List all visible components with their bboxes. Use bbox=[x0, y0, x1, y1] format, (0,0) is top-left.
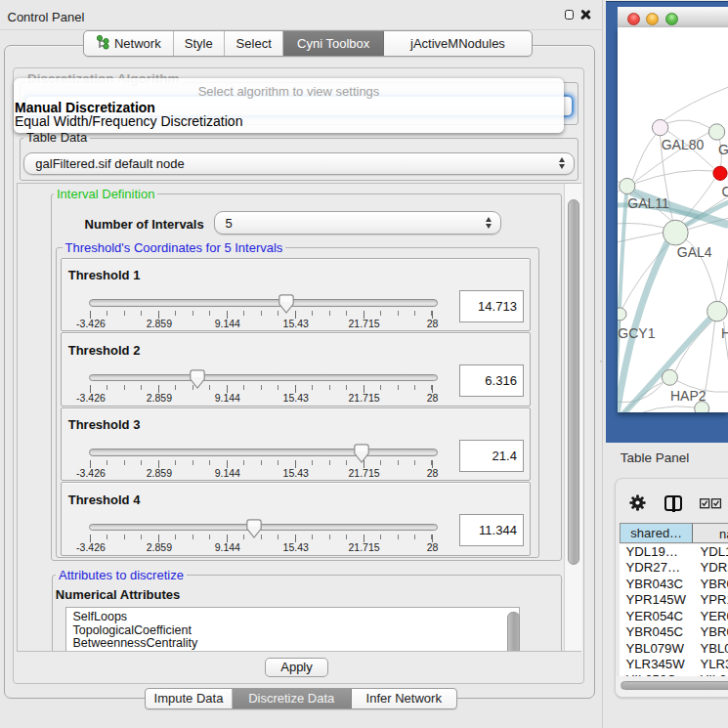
svg-text:GA: GA bbox=[718, 142, 728, 157]
svg-text:GCY1: GCY1 bbox=[618, 325, 655, 341]
svg-text:GAL11: GAL11 bbox=[627, 195, 669, 211]
svg-text:HAP2: HAP2 bbox=[670, 388, 707, 404]
svg-text:GAL80: GAL80 bbox=[661, 137, 704, 152]
svg-text:C: C bbox=[721, 184, 728, 199]
svg-text:GAL4: GAL4 bbox=[676, 244, 711, 260]
svg-text:H: H bbox=[721, 325, 728, 341]
